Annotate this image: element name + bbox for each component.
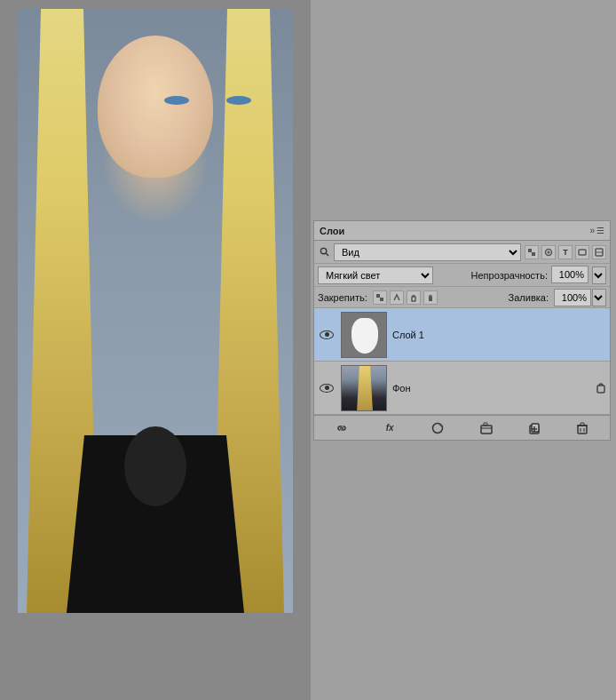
svg-rect-3 bbox=[532, 252, 535, 256]
canvas-area bbox=[0, 0, 311, 700]
fill-wrapper: ▼ bbox=[554, 289, 606, 306]
opacity-label: Непрозрачность: bbox=[471, 270, 548, 281]
svg-point-5 bbox=[548, 251, 550, 253]
svg-rect-19 bbox=[532, 424, 539, 432]
filter-dropdown-wrapper[interactable]: Вид bbox=[334, 243, 521, 261]
opacity-wrapper: ▼ bbox=[551, 266, 606, 284]
right-background bbox=[313, 0, 616, 220]
smart-filter-icon[interactable] bbox=[592, 245, 606, 259]
svg-rect-16 bbox=[481, 426, 492, 434]
shape-filter-icon[interactable] bbox=[575, 245, 589, 259]
layer-mask-1 bbox=[342, 313, 387, 358]
opacity-input[interactable] bbox=[551, 266, 588, 283]
panel-header-icons: » ☰ bbox=[589, 226, 604, 235]
eye-icon-1 bbox=[320, 330, 334, 339]
lock-icons bbox=[373, 290, 438, 305]
eye-left bbox=[164, 96, 189, 105]
svg-rect-12 bbox=[429, 297, 432, 301]
blend-mode-dropdown[interactable]: Мягкий свет bbox=[318, 266, 433, 284]
svg-rect-24 bbox=[580, 423, 584, 426]
photo-background bbox=[18, 9, 293, 613]
delete-layer-icon[interactable] bbox=[573, 419, 591, 437]
link-icon[interactable] bbox=[333, 419, 351, 437]
layer-visibility-1[interactable] bbox=[318, 326, 336, 344]
lock-paint-btn[interactable] bbox=[390, 290, 404, 305]
panel-header: Слои » ☰ bbox=[314, 221, 610, 241]
layer-name-1: Слой 1 bbox=[392, 330, 606, 340]
eye-icon-bg bbox=[320, 384, 334, 393]
fill-label: Заливка: bbox=[509, 292, 549, 303]
layer-thumbnail-bg bbox=[341, 365, 387, 411]
svg-rect-9 bbox=[376, 294, 380, 298]
blend-opacity-row: Мягкий свет Непрозрачность: ▼ bbox=[314, 264, 610, 287]
new-adjustment-icon[interactable] bbox=[429, 419, 446, 437]
filter-icons: T bbox=[525, 245, 606, 259]
thumb-hair bbox=[351, 366, 378, 411]
fx-icon[interactable]: fx bbox=[381, 419, 399, 437]
face bbox=[98, 36, 213, 178]
new-layer-icon[interactable] bbox=[525, 419, 543, 437]
svg-rect-10 bbox=[380, 298, 383, 301]
panel-expand-icon[interactable]: » bbox=[589, 226, 595, 235]
filter-row: Вид T bbox=[314, 241, 610, 264]
svg-rect-2 bbox=[528, 249, 532, 252]
adjustment-filter-icon[interactable] bbox=[541, 245, 556, 259]
lock-row: Закрепить: bbox=[314, 287, 610, 308]
layer-lock-icon bbox=[596, 381, 606, 395]
svg-rect-6 bbox=[579, 250, 586, 255]
filter-dropdown[interactable]: Вид bbox=[334, 243, 521, 261]
pixel-filter-icon[interactable] bbox=[525, 245, 539, 259]
mask-blob-1 bbox=[351, 318, 378, 354]
layer-row-bg[interactable]: Фон bbox=[314, 362, 610, 415]
svg-rect-22 bbox=[578, 426, 587, 434]
layer-thumbnail-1 bbox=[341, 312, 387, 358]
layer-visibility-bg[interactable] bbox=[318, 379, 336, 397]
clothing-cutout bbox=[124, 426, 186, 506]
fill-input[interactable] bbox=[554, 289, 591, 306]
search-icon bbox=[318, 246, 330, 259]
panel-bottom-toolbar: fx bbox=[314, 415, 610, 440]
lock-label: Закрепить: bbox=[318, 292, 367, 303]
lock-position-btn[interactable] bbox=[407, 290, 421, 305]
eye-right bbox=[226, 96, 251, 105]
svg-point-0 bbox=[320, 248, 326, 253]
lock-all-btn[interactable] bbox=[423, 290, 438, 305]
svg-line-1 bbox=[326, 253, 328, 256]
panel-title: Слои bbox=[320, 226, 344, 236]
svg-rect-17 bbox=[484, 423, 487, 426]
photo-frame bbox=[18, 9, 293, 613]
text-filter-icon[interactable]: T bbox=[558, 245, 573, 259]
new-group-icon[interactable] bbox=[478, 419, 495, 437]
svg-rect-11 bbox=[412, 297, 415, 301]
svg-rect-13 bbox=[597, 386, 604, 393]
photo-thumb-bg bbox=[342, 366, 387, 411]
photo-thumb-inner bbox=[342, 366, 387, 411]
panel-menu-icon[interactable]: ☰ bbox=[596, 226, 604, 235]
blend-mode-wrapper[interactable]: Мягкий свет bbox=[318, 266, 433, 284]
opacity-dropdown[interactable]: ▼ bbox=[592, 266, 606, 284]
layers-panel: Слои » ☰ Вид bbox=[313, 220, 611, 441]
layer-row-1[interactable]: Слой 1 bbox=[314, 308, 610, 362]
lock-pixels-btn[interactable] bbox=[373, 290, 387, 305]
fill-dropdown[interactable]: ▼ bbox=[592, 289, 606, 306]
layer-name-bg: Фон bbox=[392, 383, 590, 394]
